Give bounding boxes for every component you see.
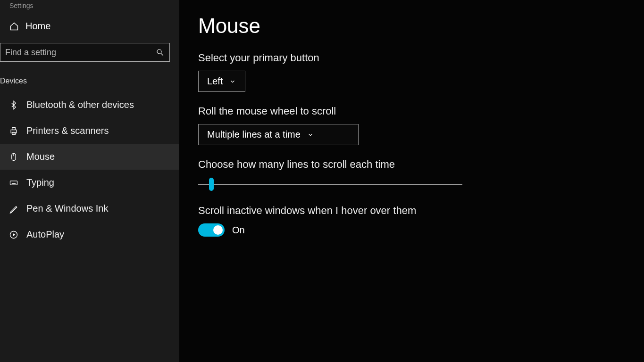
svg-rect-7 [10, 181, 17, 184]
lines-per-scroll-label: Choose how many lines to scroll each tim… [198, 158, 625, 171]
sidebar-item-label: Bluetooth & other devices [26, 99, 134, 110]
sidebar-item-mouse[interactable]: Mouse [0, 144, 179, 170]
sidebar-item-typing[interactable]: Typing [0, 170, 179, 196]
sidebar-item-label: Typing [26, 177, 54, 188]
slider-track [198, 184, 462, 185]
search-icon [155, 48, 165, 57]
sidebar: Settings Home Devices [0, 0, 179, 362]
inactive-scroll-label: Scroll inactive windows when I hover ove… [198, 205, 625, 217]
sidebar-item-label: Printers & scanners [26, 125, 109, 136]
inactive-scroll-toggle[interactable] [198, 223, 225, 237]
sidebar-item-autoplay[interactable]: AutoPlay [0, 222, 179, 247]
svg-rect-3 [12, 127, 16, 130]
svg-marker-10 [13, 233, 15, 236]
sidebar-nav: Bluetooth & other devices Printers & sca… [0, 92, 179, 247]
window-title: Settings [0, 0, 179, 14]
dropdown-value: Multiple lines at a time [207, 129, 301, 140]
toggle-state-label: On [232, 225, 245, 236]
settings-app: Settings Home Devices [0, 0, 644, 362]
sidebar-item-label: Pen & Windows Ink [26, 203, 108, 214]
sidebar-item-pen[interactable]: Pen & Windows Ink [0, 196, 179, 222]
search-wrap [0, 43, 170, 62]
sidebar-category: Devices [0, 72, 179, 92]
bluetooth-icon [8, 100, 19, 110]
scroll-mode-label: Roll the mouse wheel to scroll [198, 105, 625, 117]
chevron-down-icon [307, 132, 314, 138]
scroll-mode-dropdown[interactable]: Multiple lines at a time [198, 124, 359, 145]
sidebar-item-label: Mouse [26, 151, 55, 162]
main-content: Mouse Select your primary button Left Ro… [179, 0, 644, 362]
home-label: Home [25, 21, 50, 32]
inactive-scroll-row: On [198, 223, 625, 237]
lines-per-scroll-slider[interactable] [198, 177, 462, 191]
primary-button-label: Select your primary button [198, 52, 625, 64]
primary-button-dropdown[interactable]: Left [198, 71, 245, 92]
page-title: Mouse [198, 14, 625, 38]
pen-icon [8, 204, 19, 214]
svg-rect-4 [12, 132, 16, 134]
printer-icon [8, 126, 19, 136]
home-icon [9, 22, 19, 31]
dropdown-value: Left [207, 76, 223, 87]
search-box[interactable] [0, 43, 170, 62]
home-link[interactable]: Home [0, 14, 179, 38]
slider-thumb[interactable] [209, 178, 214, 191]
chevron-down-icon [229, 78, 236, 85]
toggle-knob [213, 225, 223, 235]
search-input[interactable] [5, 43, 155, 61]
autoplay-icon [8, 230, 19, 240]
sidebar-item-bluetooth[interactable]: Bluetooth & other devices [0, 92, 179, 118]
keyboard-icon [8, 178, 19, 188]
sidebar-item-label: AutoPlay [26, 229, 64, 240]
svg-point-0 [157, 49, 161, 54]
sidebar-item-printers[interactable]: Printers & scanners [0, 118, 179, 144]
svg-line-1 [161, 53, 163, 56]
mouse-icon [8, 152, 19, 162]
